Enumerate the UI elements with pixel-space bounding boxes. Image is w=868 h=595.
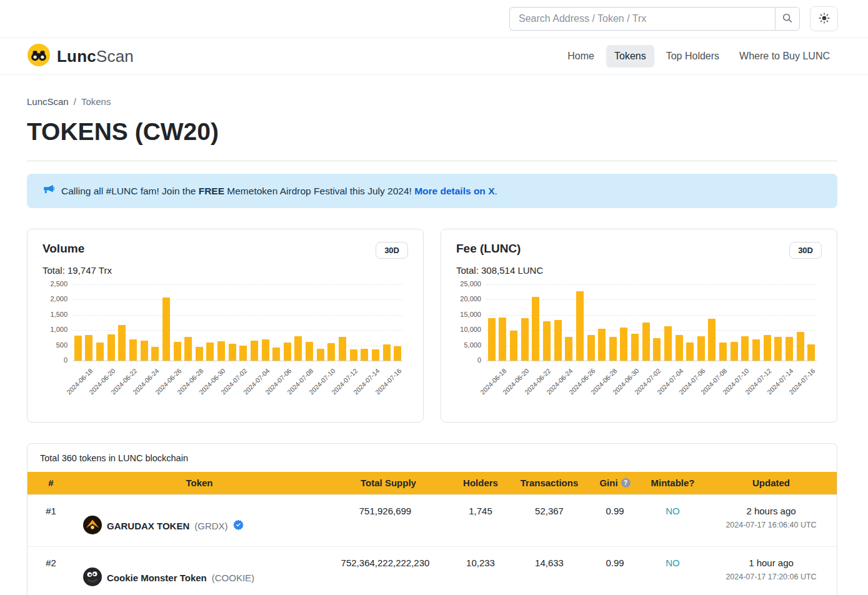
search-input[interactable] [509, 7, 775, 31]
volume-chart-card: Volume 30D Total: 19,747 Trx 05001,0001,… [27, 229, 424, 422]
nav-item-tokens[interactable]: Tokens [606, 45, 654, 68]
announcement-banner: Calling all #LUNC fam! Join the FREE Mem… [27, 174, 837, 208]
breadcrumb-home-link[interactable]: LuncScan [27, 96, 69, 107]
token-logo [83, 568, 102, 588]
col-holders: Holders [452, 472, 509, 494]
table-caption: Total 360 tokens in LUNC blockchain [27, 444, 837, 472]
volume-bar-chart: 05001,0001,5002,0002,5002024-06-182024-0… [42, 284, 408, 413]
col-mintable: Mintable? [640, 472, 706, 494]
search-icon [782, 12, 793, 26]
token-row[interactable]: #2 Cookie Monster Token (COOKIE) 752,364… [27, 546, 837, 595]
col-token: Token [74, 472, 324, 494]
volume-total: Total: 19,747 Trx [42, 265, 408, 276]
banner-text: Calling all #LUNC fam! Join the FREE Mem… [61, 186, 497, 197]
divider [27, 161, 837, 161]
theme-toggle-button[interactable] [810, 6, 838, 31]
token-rank: #2 [27, 546, 74, 595]
nav-item-top-holders[interactable]: Top Holders [658, 45, 727, 68]
volume-range-button[interactable]: 30D [376, 242, 408, 259]
breadcrumb-current: Tokens [81, 96, 111, 107]
col-updated: Updated [706, 472, 837, 494]
token-name[interactable]: Cookie Monster Token [107, 572, 207, 583]
gini-help-icon[interactable]: ? [621, 478, 631, 488]
token-symbol: (GRDX) [194, 521, 227, 531]
updated-relative: 1 hour ago [706, 558, 837, 568]
mintable-value: NO [640, 546, 706, 595]
banner-link[interactable]: More details on X [414, 186, 494, 196]
fee-range-button[interactable]: 30D [789, 242, 822, 259]
token-transactions: 52,367 [509, 494, 590, 546]
token-rank: #1 [27, 494, 74, 546]
tokens-table: # Token Total Supply Holders Transaction… [27, 472, 837, 595]
col-transactions: Transactions [509, 472, 590, 494]
banner-highlight: FREE [199, 186, 224, 196]
token-holders: 1,745 [452, 494, 509, 546]
token-symbol: (COOKIE) [212, 572, 254, 583]
search-group [509, 7, 800, 31]
token-gini: 0.99 [590, 494, 640, 546]
charts-row: Volume 30D Total: 19,747 Trx 05001,0001,… [27, 229, 837, 422]
token-holders: 10,233 [452, 546, 509, 595]
fee-total: Total: 308,514 LUNC [456, 265, 822, 276]
fee-bar-chart: 05,00010,00015,00020,00025,0002024-06-18… [456, 284, 822, 413]
verified-badge-icon [233, 519, 244, 532]
token-logo [83, 516, 102, 536]
token-row[interactable]: #1 GARUDAX TOKEN (GRDX) [27, 494, 837, 546]
mintable-value: NO [640, 494, 706, 546]
token-updated: 1 hour ago 2024-07-17 17:20:06 UTC [706, 546, 837, 595]
search-button[interactable] [775, 7, 800, 31]
updated-timestamp: 2024-07-17 17:20:06 UTC [706, 572, 837, 581]
breadcrumb: LuncScan/Tokens [27, 96, 837, 107]
fee-chart-title: Fee (LUNC) [456, 242, 521, 256]
token-supply: 752,364,222,222,230 [324, 546, 452, 595]
updated-relative: 2 hours ago [706, 506, 837, 516]
topbar [0, 0, 868, 38]
binoculars-logo-icon [27, 43, 51, 69]
megaphone-icon [42, 183, 55, 199]
table-header-row: # Token Total Supply Holders Transaction… [27, 472, 837, 494]
tokens-table-card: Total 360 tokens in LUNC blockchain # To… [27, 443, 837, 595]
nav-item-where-to-buy[interactable]: Where to Buy LUNC [731, 45, 838, 68]
col-supply: Total Supply [324, 472, 452, 494]
volume-chart-title: Volume [42, 242, 84, 256]
navbar: LuncScan Home Tokens Top Holders Where t… [0, 38, 868, 75]
token-transactions: 14,633 [509, 546, 590, 595]
col-gini: Gini? [590, 472, 640, 494]
token-name[interactable]: GARUDAX TOKEN [107, 521, 189, 531]
nav-links: Home Tokens Top Holders Where to Buy LUN… [559, 45, 838, 68]
token-gini: 0.99 [590, 546, 640, 595]
page-title: TOKENS (CW20) [27, 118, 837, 146]
brand-name: LuncScan [57, 47, 134, 66]
brand-link[interactable]: LuncScan [27, 43, 134, 69]
token-updated: 2 hours ago 2024-07-17 16:06:40 UTC [706, 494, 837, 546]
fee-chart-card: Fee (LUNC) 30D Total: 308,514 LUNC 05,00… [441, 229, 837, 422]
token-supply: 751,926,699 [324, 494, 452, 546]
nav-item-home[interactable]: Home [559, 45, 602, 68]
updated-timestamp: 2024-07-17 16:06:40 UTC [706, 521, 837, 529]
sun-icon [818, 12, 831, 26]
breadcrumb-separator: / [74, 96, 76, 107]
col-rank: # [27, 472, 74, 494]
